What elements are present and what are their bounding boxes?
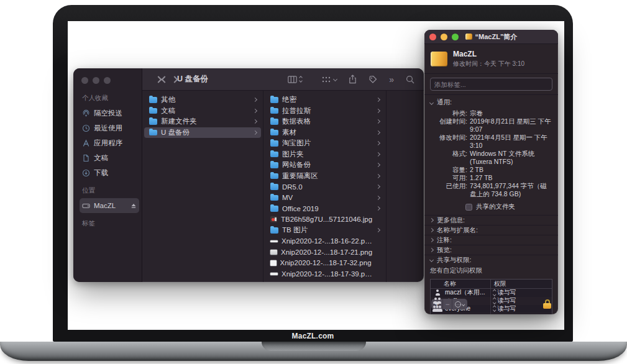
info-kv-row: 容量: 2 TB (424, 166, 558, 174)
privilege-select[interactable]: 读与写 (490, 289, 552, 297)
file-name: 素材 (282, 128, 373, 137)
share-button[interactable] (349, 75, 357, 84)
chevron-right-icon (376, 196, 380, 200)
file-row[interactable]: 数据表格 (265, 116, 384, 127)
sidebar-item-downloads[interactable]: 下载 (80, 165, 137, 180)
file-row[interactable]: TB26h58g7U...57121046.jpg (265, 214, 384, 225)
close-button[interactable] (81, 77, 88, 84)
permissions-footer: + − (424, 296, 558, 314)
lock-closed-icon[interactable] (543, 299, 551, 309)
file-row[interactable]: Xnip2020-12-...18-17-32.png (265, 258, 384, 269)
finder-sidebar: 个人收藏 隔空投送 最近使用 应用程序 文稿 下载 位置 (73, 68, 142, 282)
tags-button[interactable] (368, 75, 377, 84)
disclosure-chevron-icon (429, 258, 434, 262)
minimize-button[interactable] (441, 34, 447, 40)
file-row[interactable]: Xnip2020-12-...18-17-21.png (265, 247, 384, 258)
file-row[interactable]: 重要隔离区 (265, 171, 384, 182)
file-icon (270, 152, 278, 158)
file-row[interactable]: Xnip2020-12-...18-17-39.png (265, 268, 384, 280)
shared-folder-checkbox[interactable] (465, 204, 472, 211)
kv-label: 可用: (430, 174, 467, 182)
file-icon (270, 162, 278, 168)
chevron-right-icon (253, 98, 257, 102)
file-row[interactable]: 拉普拉斯 (265, 106, 384, 117)
file-row[interactable]: Xnip2020-12-...18-16-22.png (265, 236, 384, 247)
ellipsis-circle-icon (455, 301, 461, 307)
file-row[interactable]: 绝密 (265, 94, 384, 106)
disclosure-chevron-icon (429, 238, 434, 242)
file-name: Xnip2020-12-...18-17-39.png (281, 270, 373, 278)
kv-label: 容量: (430, 166, 467, 174)
file-icon (270, 130, 278, 136)
more-actions-button[interactable] (452, 299, 467, 309)
eject-icon[interactable] (130, 203, 137, 209)
tags-field-wrap (430, 78, 552, 91)
view-mode-button[interactable] (288, 76, 302, 83)
search-button[interactable] (406, 75, 414, 84)
file-row[interactable]: 网站备份 (265, 160, 384, 171)
file-icon (270, 184, 278, 190)
remove-permission-button[interactable]: − (442, 299, 452, 309)
file-row[interactable]: DR5.0 (265, 181, 384, 193)
file-row[interactable]: MV (265, 193, 384, 204)
macbook-base (0, 342, 627, 361)
file-row[interactable]: U 盘备份 (144, 127, 261, 139)
info-traffic-lights[interactable] (429, 34, 459, 40)
chevron-updown-icon (493, 306, 496, 311)
sidebar-item-documents[interactable]: 文稿 (80, 150, 137, 165)
sharing-section-header[interactable]: 共享与权限: (424, 255, 558, 265)
file-row[interactable]: 图片夹 (265, 149, 384, 160)
file-row[interactable]: Office 2019 (265, 203, 384, 214)
file-row[interactable]: TB 图片 (265, 225, 384, 236)
file-row[interactable]: 其他 (144, 94, 261, 106)
finder-traffic-lights[interactable] (81, 77, 137, 84)
folder-icon (149, 119, 157, 125)
general-kv-list: 种类: 宗卷 创建时间: 2019年8月21日 星期三 下午 9:07 修改时间… (424, 109, 558, 198)
sidebar-item-maczl[interactable]: MacZL (80, 198, 139, 213)
file-row[interactable]: 新建文件夹 (144, 116, 261, 127)
file-name: TB 图片 (282, 225, 373, 235)
section-label: 名称与扩展名: (437, 226, 478, 235)
info-window-title: “MacZL”简介 (465, 32, 518, 42)
file-name: 绝密 (282, 95, 373, 104)
zoom-button[interactable] (452, 34, 459, 40)
share-icon (349, 75, 357, 84)
file-row[interactable]: 素材 (265, 127, 384, 139)
more-toolbar-items-button[interactable]: » (389, 75, 394, 84)
sidebar-item-recents[interactable]: 最近使用 (80, 121, 137, 135)
file-row[interactable]: 淘宝图片 (265, 138, 384, 149)
sidebar-favorites-header: 个人收藏 (82, 94, 137, 102)
minimize-button[interactable] (93, 77, 99, 84)
file-name: 图片夹 (282, 150, 373, 159)
collapsible-section-row[interactable]: 更多信息: (424, 215, 558, 225)
file-icon (270, 195, 278, 201)
file-icon (270, 140, 278, 147)
add-tags-input[interactable] (431, 81, 552, 88)
general-section-header[interactable]: 通用: (424, 98, 558, 107)
sidebar-item-label: 应用程序 (94, 139, 122, 148)
table-row[interactable]: maczl（本用... 读与写 (431, 289, 552, 297)
name-column-header: 名称 (431, 280, 490, 288)
chevron-right-icon (253, 119, 257, 124)
file-name: 重要隔离区 (282, 171, 373, 181)
chevron-right-icon (253, 109, 257, 113)
kv-value: 2 TB (470, 166, 552, 174)
privilege-column-header: 权限 (490, 280, 552, 288)
close-button[interactable] (429, 34, 436, 40)
disclosure-chevron-icon (429, 218, 434, 222)
sidebar-item-airdrop[interactable]: 隔空投送 (80, 106, 137, 121)
collapsible-section-row[interactable]: 预览: (424, 245, 558, 255)
chevron-right-icon (376, 130, 380, 135)
finder-column-3-empty (387, 91, 424, 282)
file-row[interactable]: 文稿 (144, 106, 261, 117)
sidebar-item-label: 下载 (94, 168, 108, 178)
chevron-down-icon (462, 303, 465, 306)
disclosure-chevron-icon (429, 100, 434, 104)
zoom-button[interactable] (104, 77, 111, 84)
sidebar-locations-header: 位置 (82, 186, 137, 195)
kv-label: 创建时间: (430, 117, 467, 134)
group-by-button[interactable] (321, 76, 337, 83)
collapsible-section-row[interactable]: 注释: (424, 235, 558, 245)
sidebar-item-applications[interactable]: 应用程序 (80, 135, 137, 150)
collapsible-section-row[interactable]: 名称与扩展名: (424, 225, 558, 235)
